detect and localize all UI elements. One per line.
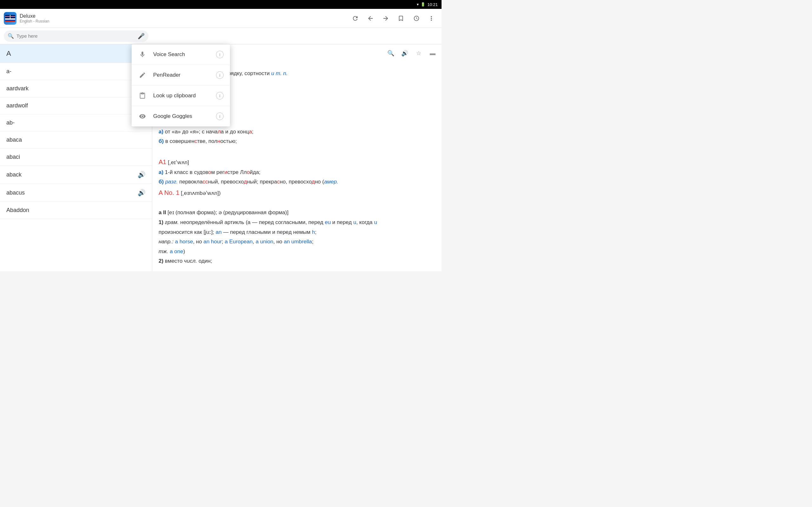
word-item-a-prefix[interactable]: a- xyxy=(0,63,152,80)
app-name: Deluxe xyxy=(20,13,49,19)
word-item-abaca[interactable]: abaca xyxy=(0,131,152,149)
status-bar: ▾ 🔋 10:21 xyxy=(0,0,442,9)
word-label: abaci xyxy=(6,154,20,160)
mic-icon xyxy=(138,50,147,59)
app-bar: Deluxe English - Russian xyxy=(0,9,442,28)
word-item-abaddon[interactable]: Abaddon xyxy=(0,202,152,219)
dropdown-item-lookup-clipboard[interactable]: Look up clipboard i xyxy=(132,86,230,106)
back-button[interactable] xyxy=(364,12,377,25)
goggles-icon xyxy=(138,112,147,121)
forward-button[interactable] xyxy=(379,12,392,25)
word-label: ab- xyxy=(6,119,14,126)
refresh-button[interactable] xyxy=(349,12,362,25)
battery-icon: 🔋 xyxy=(420,2,425,7)
word-item-A[interactable]: A xyxy=(0,44,152,63)
word-item-abaci[interactable]: abaci xyxy=(0,149,152,166)
sound-icon-aback[interactable]: 🔊 xyxy=(138,171,146,178)
word-list-panel: A a- aardvark aardwolf ab- abaca abaci a… xyxy=(0,44,152,271)
voice-search-label: Voice Search xyxy=(153,51,210,58)
penreader-info[interactable]: i xyxy=(216,71,223,79)
word-label: aardvark xyxy=(6,85,29,92)
penreader-label: PenReader xyxy=(153,72,210,78)
word-item-aardwolf[interactable]: aardwolf xyxy=(0,97,152,114)
word-label: abacus xyxy=(6,189,25,196)
dropdown-item-google-goggles[interactable]: Google Goggles i xyxy=(132,106,230,126)
word-label: Abaddon xyxy=(6,207,29,214)
sound-icon-abacus[interactable]: 🔊 xyxy=(138,189,146,196)
bookmark-button[interactable] xyxy=(395,12,407,25)
content-sound-button[interactable]: 🔊 xyxy=(399,48,410,59)
word-item-aback[interactable]: aback 🔊 xyxy=(0,166,152,184)
more-options-button[interactable] xyxy=(425,12,438,25)
search-input[interactable] xyxy=(16,33,135,39)
search-bar: 🔍 🎤 xyxy=(0,28,152,44)
dropdown-item-voice-search[interactable]: Voice Search i xyxy=(132,44,230,65)
word-label: A xyxy=(6,49,11,58)
word-label: a- xyxy=(6,68,11,75)
content-search-button[interactable]: 🔍 xyxy=(385,48,397,59)
history-button[interactable] xyxy=(410,12,422,25)
lookup-clipboard-label: Look up clipboard xyxy=(153,93,210,99)
voice-search-info[interactable]: i xyxy=(216,51,223,58)
dropdown-menu: Voice Search i PenReader i Look up clipb… xyxy=(132,44,230,126)
pen-icon xyxy=(138,71,147,79)
content-card-button[interactable]: ▬ xyxy=(427,48,438,59)
app-logo xyxy=(4,12,16,25)
content-toolbar: 🔍 🔊 ☆ ▬ xyxy=(385,48,438,59)
toolbar-icons xyxy=(349,12,438,25)
content-star-button[interactable]: ☆ xyxy=(413,48,424,59)
word-label: aback xyxy=(6,171,21,178)
app-title-group: Deluxe English - Russian xyxy=(20,13,49,23)
search-icon: 🔍 xyxy=(8,33,14,39)
dropdown-item-penreader[interactable]: PenReader i xyxy=(132,65,230,86)
google-goggles-info[interactable]: i xyxy=(216,112,223,120)
clipboard-icon xyxy=(138,91,147,100)
word-label: aardwolf xyxy=(6,102,28,109)
app-subtitle: English - Russian xyxy=(20,19,49,23)
word-label: abaca xyxy=(6,136,22,143)
google-goggles-label: Google Goggles xyxy=(153,113,210,119)
word-item-aardvark[interactable]: aardvark xyxy=(0,80,152,97)
search-input-wrapper: 🔍 🎤 xyxy=(4,31,148,42)
wifi-icon: ▾ xyxy=(417,2,419,7)
status-time: 10:21 xyxy=(427,2,438,7)
word-item-ab-prefix[interactable]: ab- xyxy=(0,114,152,131)
microphone-icon[interactable]: 🎤 xyxy=(138,33,145,40)
lookup-clipboard-info[interactable]: i xyxy=(216,92,223,100)
word-item-abacus[interactable]: abacus 🔊 xyxy=(0,184,152,202)
